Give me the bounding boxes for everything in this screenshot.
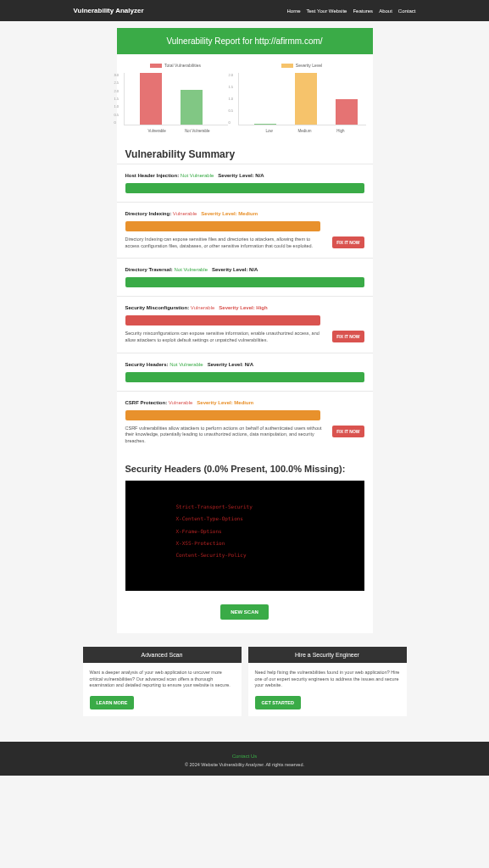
footer-copyright: © 2024 Website Vulnerability Analyzer. A… (0, 762, 489, 767)
learn-more-button[interactable]: LEARN MORE (90, 696, 135, 709)
bar-not-vulnerable (181, 90, 203, 125)
vuln-status: Vulnerable (169, 400, 192, 405)
headers-title: Security Headers (0.0% Present, 100.0% M… (117, 453, 373, 481)
vuln-block: Security Headers: Not Vulnerable Severit… (117, 353, 373, 391)
footer-contact[interactable]: Contact Us (232, 754, 258, 759)
header-item: Strict-Transport-Security (176, 501, 314, 513)
vuln-severity: Severity Level: Medium (201, 211, 258, 216)
promo-title: Advanced Scan (83, 647, 242, 663)
nav-about[interactable]: About (379, 8, 392, 14)
vuln-progress (125, 410, 320, 420)
vuln-status: Not Vulnerable (169, 362, 203, 367)
nav-test[interactable]: Test Your Website (307, 8, 347, 14)
vuln-name: Directory Indexing: (125, 211, 172, 216)
nav-features[interactable]: Features (353, 8, 373, 14)
chart-title: Total Vulnerabilities (164, 63, 201, 68)
header-item: X-Content-Type-Options (176, 513, 314, 525)
nav-contact[interactable]: Contact (398, 8, 416, 14)
footer: Contact Us © 2024 Website Vulnerability … (0, 742, 489, 776)
bar-medium (295, 73, 317, 125)
legend-swatch (281, 64, 293, 68)
vuln-status: Vulnerable (173, 211, 197, 216)
chart-total-vulns: Total Vulnerabilities 3.02.52.01.51.00.5… (124, 63, 228, 133)
vuln-name: Host Header Injection: (125, 173, 180, 178)
vuln-block: Security Misconfiguration: Vulnerable Se… (117, 296, 373, 352)
vuln-name: Security Headers: (125, 362, 169, 367)
report-card: Vulnerability Report for http://afirmm.c… (117, 28, 373, 633)
summary-title: Vulnerability Summary (117, 143, 373, 164)
terminal: Strict-Transport-Security X-Content-Type… (125, 481, 364, 591)
bar-vulnerable (140, 73, 162, 125)
vuln-progress (125, 183, 364, 193)
y-ticks: 2.01.51.00.50 (229, 73, 234, 125)
vuln-block: Directory Traversal: Not Vulnerable Seve… (117, 258, 373, 296)
header-item: Content-Security-Policy (176, 549, 314, 561)
fix-it-button[interactable]: FIX IT NOW (332, 331, 364, 342)
vuln-progress (125, 372, 364, 382)
promo-hire-engineer: Hire a Security Engineer Need help fixin… (248, 647, 407, 716)
vuln-severity: Severity Level: N/A (218, 173, 264, 178)
vuln-description: Directory Indexing can expose sensitive … (125, 236, 326, 249)
vuln-description: Security misconfigurations can expose se… (125, 331, 326, 343)
header-item: X-Frame-Options (176, 526, 314, 537)
fix-it-button[interactable]: FIX IT NOW (332, 236, 364, 248)
vuln-status: Not Vulnerable (181, 173, 214, 178)
vuln-name: Directory Traversal: (125, 267, 173, 272)
vuln-status: Not Vulnerable (175, 267, 208, 272)
legend-swatch (150, 64, 162, 68)
vuln-progress (125, 221, 320, 231)
vuln-progress (125, 315, 320, 326)
new-scan-button[interactable]: NEW SCAN (220, 604, 269, 620)
promo-body: Want a deeper analysis of your web appli… (83, 663, 242, 696)
bar-low (254, 124, 276, 125)
get-started-button[interactable]: GET STARTED (255, 696, 301, 709)
promo-title: Hire a Security Engineer (248, 647, 407, 663)
promo-row: Advanced Scan Want a deeper analysis of … (80, 647, 410, 716)
vuln-progress (125, 277, 364, 287)
y-ticks: 3.02.52.01.51.00.50 (114, 73, 119, 125)
vuln-name: Security Misconfiguration: (125, 305, 190, 310)
fix-it-button[interactable]: FIX IT NOW (332, 426, 364, 437)
vuln-name: CSRF Protection: (125, 400, 168, 405)
vuln-description: CSRF vulnerabilities allow attackers to … (125, 426, 326, 445)
promo-advanced-scan: Advanced Scan Want a deeper analysis of … (83, 647, 242, 716)
vuln-severity: Severity Level: High (219, 305, 267, 310)
chart-title: Severity Level (296, 63, 322, 68)
promo-body: Need help fixing the vulnerabilities fou… (248, 663, 407, 696)
chart-severity: Severity Level 2.01.51.00.50 LowMediumHi… (238, 63, 366, 133)
nav-home[interactable]: Home (287, 8, 301, 14)
charts-row: Total Vulnerabilities 3.02.52.01.51.00.5… (117, 54, 373, 143)
vuln-severity: Severity Level: N/A (208, 362, 253, 367)
vuln-severity: Severity Level: N/A (212, 267, 258, 272)
vuln-block: CSRF Protection: Vulnerable Severity Lev… (117, 391, 373, 453)
vuln-block: Directory Indexing: Vulnerable Severity … (117, 202, 373, 258)
brand[interactable]: Vulnerability Analyzer (74, 7, 144, 14)
bar-high (336, 99, 358, 125)
nav-links: Home Test Your Website Features About Co… (287, 8, 416, 14)
header-item: X-XSS-Protection (176, 537, 314, 549)
report-title: Vulnerability Report for http://afirmm.c… (117, 28, 373, 54)
vuln-block: Host Header Injection: Not Vulnerable Se… (117, 164, 373, 202)
navbar: Vulnerability Analyzer Home Test Your We… (0, 0, 489, 21)
vuln-severity: Severity Level: Medium (197, 400, 253, 405)
vuln-status: Vulnerable (191, 305, 214, 310)
